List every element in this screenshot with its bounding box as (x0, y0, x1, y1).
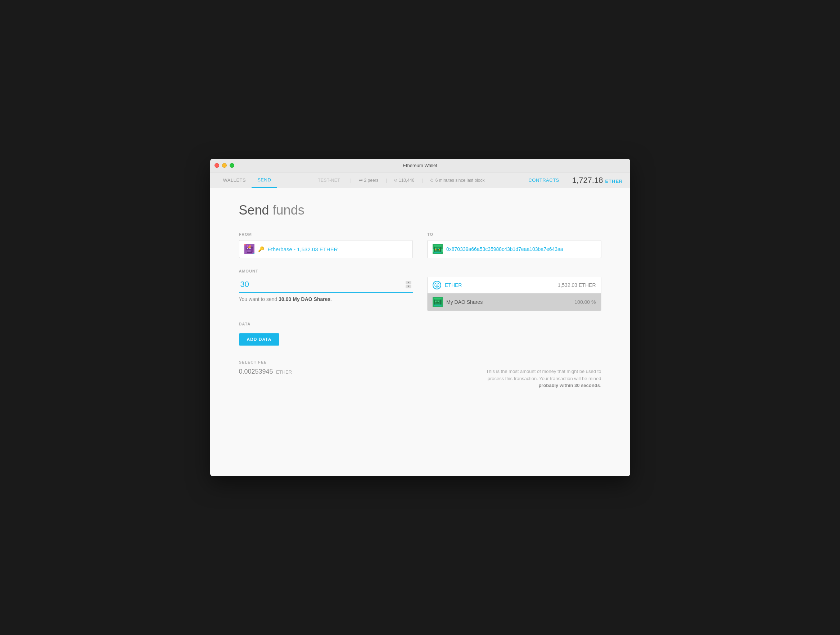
svg-rect-5 (251, 246, 253, 248)
blocks-icon: ⊙ (394, 178, 397, 183)
from-to-row: FROM (239, 232, 602, 258)
currency-list: Ξ ETHER 1,532.03 ETHER (427, 277, 602, 311)
nav-send[interactable]: SEND (251, 172, 277, 188)
svg-rect-10 (248, 251, 251, 252)
svg-rect-11 (251, 251, 253, 252)
svg-rect-31 (434, 299, 442, 300)
svg-rect-2 (249, 245, 251, 247)
ether-symbol-icon: Ξ (434, 283, 439, 287)
traffic-lights (215, 163, 234, 168)
svg-rect-13 (245, 244, 246, 245)
fee-description: This is the most amount of money that mi… (486, 368, 601, 389)
nav-contracts[interactable]: CONTRACTS (523, 172, 565, 188)
currency-list-col: Ξ ETHER 1,532.03 ETHER (427, 277, 602, 311)
svg-rect-3 (245, 246, 248, 248)
dao-avatar-list (433, 297, 443, 307)
svg-rect-18 (440, 246, 442, 252)
nav-status-group: TEST-NET | ⇌ 2 peers | ⊙ 110,446 | ⏱ 6 m… (277, 172, 523, 188)
data-label: DATA (239, 322, 602, 326)
svg-rect-8 (249, 248, 251, 250)
from-field[interactable]: 🔑 Etherbase - 1,532.03 ETHER (239, 240, 413, 258)
to-field[interactable]: 0x870339a66a53c35988c43b1d7eaa103ba7e643… (427, 240, 602, 258)
svg-rect-16 (434, 245, 442, 247)
app-window: Ethereum Wallet WALLETS SEND TEST-NET | … (210, 159, 630, 476)
svg-rect-23 (435, 249, 437, 251)
nav-wallets[interactable]: WALLETS (217, 172, 252, 188)
svg-rect-12 (247, 252, 252, 253)
amount-section: AMOUNT ▲ ▼ You want to send 30.00 My DAO… (239, 269, 602, 311)
svg-rect-36 (437, 301, 439, 302)
svg-rect-33 (440, 300, 442, 305)
ether-balance: 1,532.03 ETHER (558, 282, 596, 288)
svg-rect-7 (247, 248, 248, 250)
svg-rect-14 (253, 253, 254, 254)
window-title: Ethereum Wallet (403, 163, 437, 168)
svg-rect-17 (434, 246, 436, 252)
svg-rect-4 (248, 246, 251, 248)
nav-time: ⏱ 6 minutes since last block (430, 178, 485, 183)
to-label: TO (427, 232, 602, 237)
svg-rect-35 (435, 301, 437, 302)
nav-testnet[interactable]: TEST-NET (315, 172, 343, 188)
svg-rect-1 (247, 245, 248, 247)
spinner-down[interactable]: ▼ (406, 285, 411, 288)
amount-description: You want to send 30.00 My DAO Shares. (239, 296, 413, 302)
ether-name: ETHER (445, 282, 554, 288)
peers-icon: ⇌ (359, 177, 363, 183)
currency-item-dao[interactable]: My DAO Shares 100.00 % (428, 293, 601, 311)
svg-rect-32 (434, 300, 436, 305)
title-bar: Ethereum Wallet (210, 159, 630, 172)
minimize-button[interactable] (222, 163, 227, 168)
page-title: Send funds (239, 203, 602, 218)
amount-label: AMOUNT (239, 269, 602, 273)
svg-rect-20 (435, 248, 437, 250)
svg-rect-21 (437, 248, 439, 250)
from-value: Etherbase - 1,532.03 ETHER (268, 246, 338, 252)
svg-rect-22 (437, 249, 439, 251)
amount-row: ▲ ▼ You want to send 30.00 My DAO Shares… (239, 277, 602, 311)
balance-display: 1,727.18 ETHER (572, 176, 623, 185)
fee-value: 0.00253945 (239, 368, 273, 375)
fee-value-col: 0.00253945 ETHER (239, 368, 292, 376)
to-col: TO (427, 232, 602, 258)
amount-spinner[interactable]: ▲ ▼ (406, 281, 411, 288)
dao-avatar-to (433, 244, 443, 254)
main-content: Send funds FROM (210, 188, 630, 476)
to-address: 0x870339a66a53c35988c43b1d7eaa103ba7e643… (446, 246, 563, 252)
svg-rect-38 (434, 305, 442, 306)
add-data-button[interactable]: ADD DATA (239, 333, 279, 346)
ether-icon: Ξ (433, 281, 441, 289)
from-col: FROM (239, 232, 413, 258)
maximize-button[interactable] (230, 163, 234, 168)
svg-rect-27 (442, 249, 443, 252)
from-label: FROM (239, 232, 413, 237)
fee-row: 0.00253945 ETHER This is the most amount… (239, 368, 602, 389)
dao-name: My DAO Shares (446, 299, 571, 305)
nav-peers: ⇌ 2 peers (359, 177, 379, 183)
svg-rect-26 (433, 249, 434, 252)
fee-unit: ETHER (276, 369, 292, 375)
fee-section: SELECT FEE 0.00253945 ETHER This is the … (239, 360, 602, 389)
amount-input-col: ▲ ▼ You want to send 30.00 My DAO Shares… (239, 277, 413, 311)
balance-unit: ETHER (605, 178, 623, 184)
amount-input-box: ▲ ▼ (239, 277, 413, 293)
amount-input[interactable] (240, 280, 406, 289)
key-icon: 🔑 (258, 246, 264, 252)
svg-text:Ξ: Ξ (436, 283, 438, 287)
time-icon: ⏱ (430, 178, 434, 183)
nav-blocks: ⊙ 110,446 (394, 178, 414, 183)
data-section: DATA ADD DATA (239, 322, 602, 346)
svg-rect-25 (434, 252, 442, 253)
fee-label: SELECT FEE (239, 360, 602, 364)
svg-rect-24 (439, 249, 441, 251)
etherbase-avatar (245, 244, 254, 254)
svg-rect-37 (437, 302, 439, 303)
svg-rect-9 (245, 251, 248, 252)
dao-balance: 100.00 % (575, 299, 595, 305)
currency-item-ether[interactable]: Ξ ETHER 1,532.03 ETHER (428, 277, 601, 293)
spinner-up[interactable]: ▲ (406, 281, 411, 284)
nav-bar: WALLETS SEND TEST-NET | ⇌ 2 peers | ⊙ 11… (210, 172, 630, 188)
close-button[interactable] (215, 163, 219, 168)
balance-amount: 1,727.18 (572, 176, 603, 185)
